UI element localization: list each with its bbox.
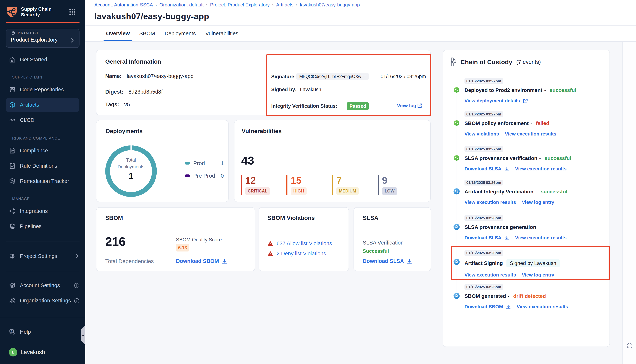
svg-text:?: ?	[11, 330, 13, 332]
